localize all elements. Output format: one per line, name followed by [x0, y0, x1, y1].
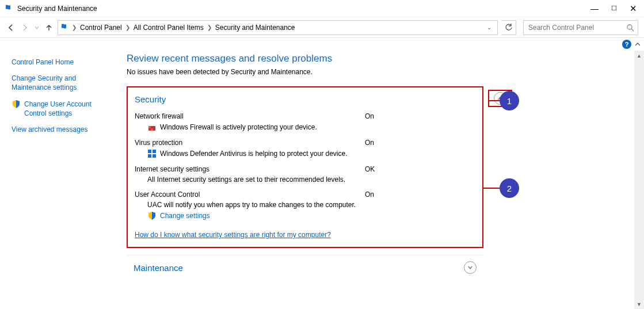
uac-change-settings-link[interactable]: Change settings [160, 212, 210, 220]
svg-rect-3 [148, 126, 151, 128]
flag-icon [60, 23, 70, 32]
flag-icon [5, 4, 14, 13]
svg-rect-7 [148, 154, 151, 158]
content-area: Control Panel Home Change Security and M… [0, 51, 644, 309]
search-icon [626, 24, 634, 32]
close-button[interactable]: ✕ [630, 3, 637, 14]
search-input[interactable] [527, 23, 626, 32]
sidebar-item-uac-settings[interactable]: Change User Account Control settings [12, 100, 115, 118]
page-subtext: No issues have been detected by Security… [127, 68, 632, 76]
chevron-right-icon: ❯ [206, 24, 213, 30]
page-heading: Review recent messages and resolve probl… [127, 53, 632, 64]
navbar: ❯ Control Panel ❯ All Control Panel Item… [0, 17, 644, 38]
sidebar-item-archived[interactable]: View archived messages [12, 125, 115, 134]
sidebar-item-home[interactable]: Control Panel Home [12, 58, 115, 67]
expand-maintenance-button[interactable] [464, 261, 477, 274]
maximize-button[interactable]: ☐ [611, 5, 617, 12]
row-label: Virus protection [135, 139, 365, 147]
search-box[interactable] [523, 20, 638, 35]
security-panel: Security Network firewall On Windows Fir… [127, 86, 483, 248]
breadcrumb-item[interactable]: Control Panel [79, 24, 123, 32]
defender-icon [147, 149, 157, 158]
row-label: Network firewall [135, 112, 365, 120]
up-button[interactable] [44, 22, 54, 33]
svg-point-0 [627, 25, 632, 29]
titlebar: Security and Maintenance — ☐ ✕ [0, 0, 644, 17]
sidebar-item-change-sm-settings[interactable]: Change Security and Maintenance settings [12, 74, 115, 92]
row-detail: Windows Defender Antivirus is helping to… [160, 150, 348, 158]
breadcrumb-item[interactable]: All Control Panel Items [132, 24, 205, 32]
maintenance-title: Maintenance [134, 263, 464, 273]
address-dropdown[interactable]: ⌄ [483, 24, 495, 30]
callout-bubble: 1 [500, 91, 519, 110]
chevron-up-icon[interactable] [635, 41, 641, 47]
row-status: On [365, 112, 399, 120]
svg-rect-4 [151, 128, 153, 131]
shield-icon [12, 100, 21, 109]
row-uac: User Account Control On UAC will notify … [135, 190, 475, 220]
address-bar[interactable]: ❯ Control Panel ❯ All Control Panel Item… [58, 20, 498, 35]
svg-rect-6 [153, 150, 156, 153]
callout-2: 2 [482, 178, 519, 198]
minimize-button[interactable]: — [590, 4, 599, 13]
breadcrumb-item[interactable]: Security and Maintenance [214, 24, 296, 32]
security-title: Security [135, 94, 475, 104]
forward-button[interactable] [20, 22, 30, 33]
refresh-button[interactable] [501, 20, 516, 35]
recent-dropdown[interactable] [33, 22, 40, 33]
help-bar: ? [0, 38, 644, 51]
main-panel: Review recent messages and resolve probl… [121, 51, 644, 309]
svg-rect-8 [153, 154, 156, 158]
row-status: OK [365, 165, 399, 173]
sidebar: Control Panel Home Change Security and M… [0, 51, 121, 309]
firewall-icon [147, 123, 157, 132]
chevron-right-icon: ❯ [124, 24, 131, 30]
window-title: Security and Maintenance [17, 5, 97, 13]
callout-1: 1 [488, 91, 519, 110]
maintenance-header[interactable]: Maintenance [127, 255, 483, 280]
row-label: User Account Control [135, 190, 365, 199]
svg-line-1 [631, 29, 634, 31]
help-icon[interactable]: ? [622, 40, 631, 49]
chevron-down-icon [467, 265, 473, 270]
svg-rect-5 [148, 150, 151, 153]
sidebar-item-label: Change User Account Control settings [24, 100, 115, 118]
security-help-link[interactable]: How do I know what security settings are… [135, 231, 331, 239]
window-controls: — ☐ ✕ [590, 3, 639, 14]
row-detail: UAC will notify you when apps try to mak… [147, 201, 356, 209]
row-status: On [365, 139, 399, 147]
row-internet-security: Internet security settings OK All Intern… [135, 165, 475, 184]
row-detail: Windows Firewall is actively protecting … [160, 123, 317, 131]
security-header[interactable]: Security [135, 92, 475, 109]
row-status: On [365, 190, 399, 199]
shield-icon [147, 211, 157, 220]
chevron-right-icon: ❯ [71, 24, 78, 30]
callout-bubble: 2 [500, 178, 519, 198]
row-firewall: Network firewall On Windows Firewall is … [135, 112, 475, 132]
row-detail: All Internet security settings are set t… [147, 176, 345, 184]
row-virus: Virus protection On Windows Defender Ant… [135, 139, 475, 158]
row-label: Internet security settings [135, 165, 365, 173]
back-button[interactable] [6, 22, 16, 33]
